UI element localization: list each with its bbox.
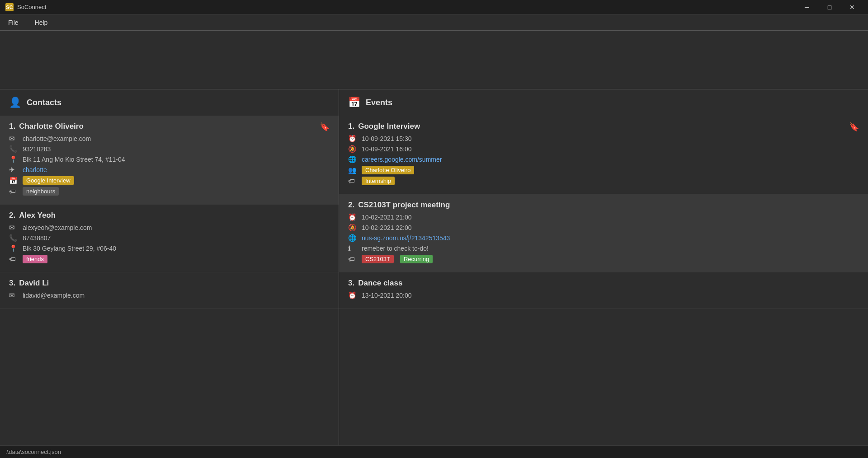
clock-start-icon: ⏰ xyxy=(348,291,357,299)
event-url-row: 🌐 careers.google.com/summer xyxy=(348,155,859,164)
event-item[interactable]: 3. Dance class ⏰ 13-10-2021 20:00 xyxy=(339,272,868,308)
contact-item[interactable]: 3. David Li ✉ lidavid@example.com xyxy=(0,272,339,308)
contact-phone: 87438807 xyxy=(23,234,51,242)
contacts-panel: 👤 Contacts 🔖 1. Charlotte Oliveiro ✉ cha… xyxy=(0,89,339,445)
contact-telegram[interactable]: charlotte xyxy=(23,166,47,173)
location-icon: 📍 xyxy=(9,155,18,164)
event-end-row: 🔕 10-02-2021 22:00 xyxy=(348,224,859,232)
location-icon: 📍 xyxy=(9,244,18,252)
title-bar: SC SoConnect ─ □ ✕ xyxy=(0,0,868,14)
events-header: 📅 Events xyxy=(339,89,868,116)
event-number: 1. xyxy=(348,122,354,131)
event-start: 10-09-2021 15:30 xyxy=(362,135,412,142)
tag-icon: 🏷 xyxy=(9,255,18,263)
event-item[interactable]: 2. CS2103T project meeting ⏰ 10-02-2021 … xyxy=(339,194,868,272)
event-tag[interactable]: CS2103T xyxy=(362,255,394,263)
events-icon: 📅 xyxy=(348,97,360,108)
event-start-row: ⏰ 13-10-2021 20:00 xyxy=(348,291,859,299)
contact-email-row: ✉ charlotte@example.com xyxy=(9,135,330,143)
event-number-name: 3. Dance class xyxy=(348,279,859,288)
contact-name: Alex Yeoh xyxy=(19,211,56,220)
phone-icon: 📞 xyxy=(9,234,18,242)
contact-group-row: 🏷 friends xyxy=(9,255,330,263)
clock-start-icon: ⏰ xyxy=(348,135,357,143)
event-number-name: 2. CS2103T project meeting xyxy=(348,201,859,210)
status-path: .\data\soconnect.json xyxy=(5,449,61,455)
window-controls: ─ □ ✕ xyxy=(797,0,863,14)
event-end: 10-09-2021 16:00 xyxy=(362,145,412,153)
maximize-button[interactable]: □ xyxy=(819,0,840,14)
contact-group-row: 🏷 neighbours xyxy=(9,187,330,196)
email-icon: ✉ xyxy=(9,224,18,232)
close-button[interactable]: ✕ xyxy=(842,0,863,14)
event-end-row: 🔕 10-09-2021 16:00 xyxy=(348,145,859,153)
event-start-row: ⏰ 10-02-2021 21:00 xyxy=(348,213,859,221)
contacts-icon: 👤 xyxy=(9,97,21,108)
contact-address-row: 📍 Blk 11 Ang Mo Kio Street 74, #11-04 xyxy=(9,155,330,164)
phone-icon: 📞 xyxy=(9,145,18,153)
status-bar: .\data\soconnect.json xyxy=(0,445,868,458)
event-number: 2. xyxy=(348,201,354,210)
contact-number: 1. xyxy=(9,122,15,131)
contact-number-name: 3. David Li xyxy=(9,279,330,288)
globe-icon: 🌐 xyxy=(348,234,357,242)
event-attendee-row: 👥 Charlotte Oliveiro xyxy=(348,166,859,174)
event-number: 3. xyxy=(348,279,354,288)
event-url-row: 🌐 nus-sg.zoom.us/j/21342513543 xyxy=(348,234,859,242)
event-start: 10-02-2021 21:00 xyxy=(362,214,412,221)
contact-phone-row: 📞 93210283 xyxy=(9,145,330,153)
contact-name: David Li xyxy=(19,279,49,288)
contact-address-row: 📍 Blk 30 Geylang Street 29, #06-40 xyxy=(9,244,330,252)
event-item[interactable]: 🔖 1. Google Interview ⏰ 10-09-2021 15:30… xyxy=(339,116,868,194)
globe-icon: 🌐 xyxy=(348,155,357,164)
menu-file[interactable]: File xyxy=(5,17,22,28)
event-note: remeber to check to-do! xyxy=(362,245,429,252)
bookmark-icon: 🔖 xyxy=(849,122,859,132)
event-icon: 📅 xyxy=(9,177,18,185)
event-tag[interactable]: Internship xyxy=(362,177,395,185)
event-name: Google Interview xyxy=(358,122,420,131)
contact-email-row: ✉ alexyeoh@example.com xyxy=(9,224,330,232)
minimize-button[interactable]: ─ xyxy=(797,0,817,14)
contact-number-name: 2. Alex Yeoh xyxy=(9,211,330,220)
event-start: 13-10-2021 20:00 xyxy=(362,292,412,299)
event-name: Dance class xyxy=(358,279,402,288)
contact-telegram-row: ✈ charlotte xyxy=(9,166,330,174)
contact-phone-row: 📞 87438807 xyxy=(9,234,330,242)
tag-icon: 🏷 xyxy=(348,177,357,185)
contact-event-tag[interactable]: Google Interview xyxy=(23,176,74,185)
contact-email: lidavid@example.com xyxy=(23,292,85,299)
event-url[interactable]: nus-sg.zoom.us/j/21342513543 xyxy=(362,234,450,242)
event-end: 10-02-2021 22:00 xyxy=(362,224,412,231)
event-url[interactable]: careers.google.com/summer xyxy=(362,156,442,163)
main-content: 👤 Contacts 🔖 1. Charlotte Oliveiro ✉ cha… xyxy=(0,89,868,445)
event-attendee[interactable]: Charlotte Oliveiro xyxy=(362,166,414,174)
contact-item[interactable]: 2. Alex Yeoh ✉ alexyeoh@example.com 📞 87… xyxy=(0,205,339,272)
contact-group-tag[interactable]: friends xyxy=(23,255,47,263)
events-list[interactable]: 🔖 1. Google Interview ⏰ 10-09-2021 15:30… xyxy=(339,116,868,445)
event-note-row: ℹ remeber to check to-do! xyxy=(348,244,859,252)
app-icon: SC xyxy=(5,3,14,11)
contact-email: charlotte@example.com xyxy=(23,135,91,142)
bookmark-icon: 🔖 xyxy=(320,122,330,132)
event-tags-row: 🏷 Internship xyxy=(348,177,859,185)
contact-phone: 93210283 xyxy=(23,145,51,153)
events-title: Events xyxy=(366,98,392,107)
app-title: SoConnect xyxy=(17,4,46,10)
contact-group-tag[interactable]: neighbours xyxy=(23,187,59,196)
contact-item[interactable]: 🔖 1. Charlotte Oliveiro ✉ charlotte@exam… xyxy=(0,116,339,205)
event-tag[interactable]: Recurring xyxy=(400,255,433,263)
contact-event-row: 📅 Google Interview xyxy=(9,176,330,185)
event-number-name: 1. Google Interview xyxy=(348,122,859,131)
event-start-row: ⏰ 10-09-2021 15:30 xyxy=(348,135,859,143)
events-panel: 📅 Events 🔖 1. Google Interview ⏰ 10-09-2… xyxy=(339,89,868,445)
tag-icon: 🏷 xyxy=(348,255,357,263)
menu-help[interactable]: Help xyxy=(31,17,52,28)
telegram-icon: ✈ xyxy=(9,166,18,174)
contact-address: Blk 11 Ang Mo Kio Street 74, #11-04 xyxy=(23,156,125,163)
contact-number: 2. xyxy=(9,211,15,220)
email-icon: ✉ xyxy=(9,135,18,143)
contacts-list[interactable]: 🔖 1. Charlotte Oliveiro ✉ charlotte@exam… xyxy=(0,116,339,445)
title-bar-left: SC SoConnect xyxy=(5,3,46,11)
event-tags-row: 🏷 CS2103T Recurring xyxy=(348,255,859,263)
